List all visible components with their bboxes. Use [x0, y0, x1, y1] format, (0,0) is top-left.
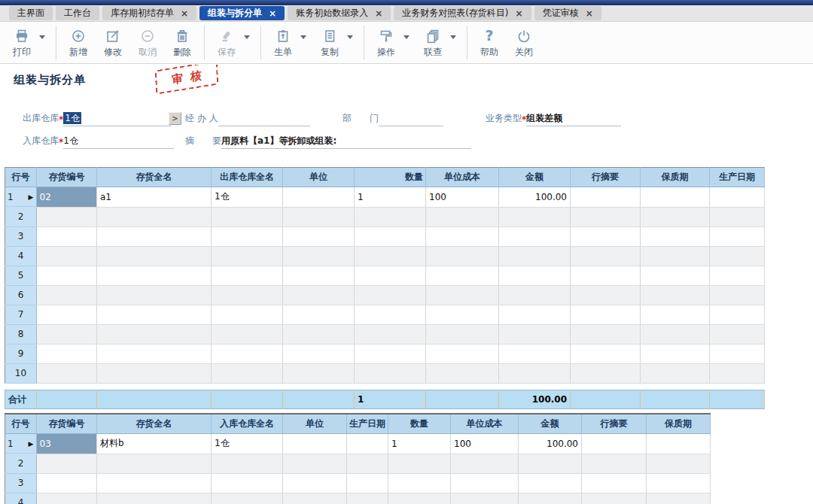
tab-close-icon[interactable]: × [375, 9, 382, 18]
link-query-button[interactable]: 联查 [416, 27, 450, 59]
cell[interactable] [355, 285, 426, 305]
add-button[interactable]: 新增 [61, 27, 96, 59]
cell[interactable] [355, 266, 426, 285]
cell[interactable] [212, 344, 283, 363]
cell[interactable] [283, 473, 347, 493]
cell[interactable]: 材料b [97, 434, 212, 454]
cell[interactable] [355, 207, 426, 226]
cell[interactable] [571, 305, 641, 324]
row-number-cell[interactable]: 2 [5, 454, 37, 473]
cell[interactable]: 100 [451, 434, 519, 454]
cell[interactable] [499, 207, 571, 226]
cell[interactable] [571, 285, 641, 305]
cell[interactable] [97, 344, 212, 363]
cell[interactable] [97, 266, 212, 285]
close-button[interactable]: 关闭 [507, 27, 541, 59]
tab-close-icon[interactable]: × [586, 9, 593, 18]
row-number-cell[interactable]: 8 [5, 324, 37, 344]
dropdown-caret-icon[interactable] [403, 35, 410, 39]
cell[interactable] [710, 344, 765, 363]
cell[interactable] [283, 187, 355, 208]
cell[interactable] [355, 324, 426, 344]
cell[interactable] [571, 324, 641, 344]
cell[interactable] [283, 207, 355, 226]
cell[interactable] [710, 246, 765, 266]
cell[interactable]: 100.00 [499, 187, 571, 208]
print-button[interactable]: 打印 [5, 27, 39, 59]
cell[interactable] [37, 344, 97, 363]
cell[interactable] [710, 226, 765, 246]
cell[interactable] [212, 324, 283, 344]
cell[interactable] [37, 226, 97, 246]
tab-workbench[interactable]: 工作台 [56, 6, 99, 20]
dropdown-caret-icon[interactable] [244, 35, 250, 39]
row-number-cell[interactable]: 7 [5, 305, 37, 324]
cell[interactable] [519, 493, 582, 504]
cell[interactable] [647, 434, 711, 454]
cell[interactable] [355, 226, 426, 246]
cell[interactable] [426, 246, 499, 266]
cell[interactable] [451, 473, 519, 493]
cell[interactable] [571, 226, 641, 246]
cell[interactable] [283, 305, 355, 324]
save-button[interactable]: 保存 [209, 27, 244, 59]
cell[interactable] [97, 473, 212, 493]
cell[interactable] [212, 305, 283, 324]
cell[interactable] [355, 344, 426, 363]
row-number-cell[interactable]: 4 [5, 246, 37, 266]
cell[interactable] [647, 454, 711, 473]
cell[interactable] [710, 266, 765, 285]
cell[interactable] [426, 305, 499, 324]
delete-button[interactable]: 删除 [165, 27, 199, 59]
cell[interactable]: 1仓 [212, 187, 283, 208]
out-warehouse-browse-button[interactable]: > [169, 112, 181, 125]
operator-field[interactable]: 经 办 人 [185, 111, 310, 126]
cell[interactable] [519, 454, 582, 473]
cell[interactable] [426, 226, 499, 246]
tab-close-icon[interactable]: × [516, 9, 523, 18]
department-field[interactable]: 部 门 [343, 111, 443, 126]
tab-biz-finance-mapping[interactable]: 业务财务对照表(存货科目)× [394, 6, 531, 20]
cell[interactable]: 1 [388, 434, 451, 454]
cell[interactable] [212, 473, 283, 493]
help-button[interactable]: ? 帮助 [472, 27, 507, 59]
cell[interactable] [283, 266, 355, 285]
row-number-cell[interactable]: 2 [5, 207, 37, 226]
cell[interactable] [283, 363, 355, 383]
cell[interactable] [283, 493, 347, 504]
cell[interactable] [97, 285, 212, 305]
cell[interactable]: 100 [426, 187, 499, 208]
cell[interactable] [710, 324, 765, 344]
dropdown-caret-icon[interactable] [347, 35, 353, 39]
cell[interactable] [582, 493, 647, 504]
cell[interactable] [347, 434, 388, 454]
cell[interactable]: 100.00 [519, 434, 582, 454]
cell[interactable] [212, 207, 283, 226]
cell[interactable] [426, 207, 499, 226]
cell[interactable] [388, 493, 451, 504]
cell[interactable] [388, 473, 451, 493]
summary-field[interactable]: 摘 要用原料【a1】等拆卸或组装: [185, 134, 471, 149]
cell[interactable] [426, 363, 499, 383]
row-number-cell[interactable]: 5 [5, 266, 37, 285]
cell[interactable] [212, 493, 283, 504]
cell[interactable]: 02 [37, 187, 97, 208]
cell[interactable] [647, 473, 711, 493]
tab-inventory-opening-doc[interactable]: 库存期初结存单× [102, 6, 196, 20]
cell[interactable] [710, 285, 765, 305]
cell[interactable] [641, 226, 710, 246]
cell[interactable] [37, 305, 97, 324]
cell[interactable] [710, 187, 765, 208]
cell[interactable] [212, 285, 283, 305]
cell[interactable] [37, 363, 97, 383]
tab-close-icon[interactable]: × [269, 9, 276, 18]
cell[interactable] [97, 246, 212, 266]
row-number-cell[interactable]: 10 [5, 363, 37, 383]
cell[interactable] [283, 246, 355, 266]
cell[interactable] [582, 473, 647, 493]
row-number-cell[interactable]: 3 [5, 226, 37, 246]
cell[interactable] [212, 454, 283, 473]
cell[interactable] [212, 266, 283, 285]
cell[interactable] [283, 285, 355, 305]
cell[interactable] [499, 266, 571, 285]
